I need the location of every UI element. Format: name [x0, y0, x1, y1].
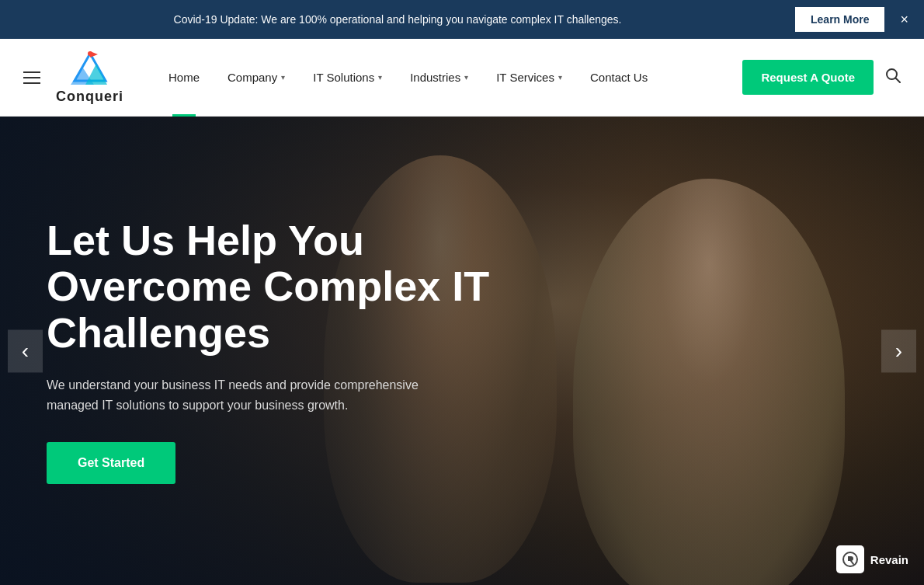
chevron-down-icon: ▾ [281, 73, 285, 82]
svg-marker-4 [90, 51, 98, 57]
slider-prev-button[interactable]: ‹ [8, 329, 43, 372]
svg-line-8 [851, 561, 853, 564]
close-announcement-button[interactable]: × [900, 12, 908, 26]
logo-area[interactable]: Conqueri [56, 50, 123, 105]
revain-badge: Revain [836, 545, 908, 573]
hero-section: Let Us Help You Overcome Complex IT Chal… [0, 117, 924, 585]
nav-item-contact-us[interactable]: Contact Us [576, 39, 662, 117]
slider-next-button[interactable]: › [881, 329, 916, 372]
nav-actions: Request A Quote [742, 60, 901, 95]
chevron-down-icon: ▾ [378, 73, 382, 82]
logo-icon [67, 50, 113, 89]
search-button[interactable] [885, 68, 901, 87]
logo-text: Conqueri [56, 89, 123, 105]
get-started-button[interactable]: Get Started [47, 442, 175, 484]
search-icon [885, 68, 901, 83]
request-quote-button[interactable]: Request A Quote [742, 60, 874, 95]
revain-icon [836, 545, 864, 573]
announcement-bar: Covid-19 Update: We are 100% operational… [0, 0, 924, 39]
learn-more-button[interactable]: Learn More [795, 7, 884, 32]
hamburger-line-1 [23, 71, 40, 73]
nav-item-company[interactable]: Company ▾ [214, 39, 299, 117]
hero-subtitle: We understand your business IT needs and… [47, 375, 450, 415]
nav-item-it-solutions[interactable]: IT Solutions ▾ [299, 39, 396, 117]
nav-item-industries[interactable]: Industries ▾ [396, 39, 482, 117]
svg-marker-2 [85, 64, 107, 85]
chevron-down-icon: ▾ [464, 73, 468, 82]
revain-label: Revain [870, 553, 908, 566]
hamburger-line-3 [23, 82, 40, 84]
hamburger-line-2 [23, 77, 40, 78]
hero-title: Let Us Help You Overcome Complex IT Chal… [47, 218, 508, 356]
hamburger-button[interactable] [23, 71, 40, 84]
nav-item-it-services[interactable]: IT Services ▾ [482, 39, 576, 117]
navbar: Conqueri Home Company ▾ IT Solutions ▾ I… [0, 39, 924, 117]
hero-content: Let Us Help You Overcome Complex IT Chal… [0, 117, 554, 585]
announcement-text: Covid-19 Update: We are 100% operational… [16, 13, 780, 26]
nav-links: Home Company ▾ IT Solutions ▾ Industries… [155, 39, 742, 117]
nav-item-home[interactable]: Home [155, 39, 214, 117]
svg-line-6 [896, 78, 901, 83]
chevron-down-icon: ▾ [558, 73, 562, 82]
